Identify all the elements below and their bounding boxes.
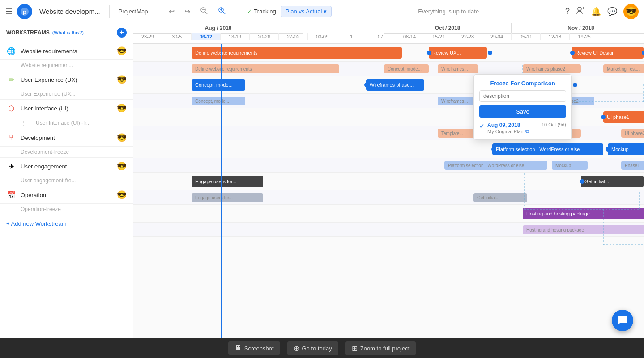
engage-end-dot bbox=[580, 179, 584, 184]
bottom-bar: 🖥 Screenshot ⊕ Go to today ⊞ Zoom to ful… bbox=[0, 338, 644, 358]
sync-status: Everything is up to date bbox=[336, 8, 561, 15]
undo-button[interactable]: ↩ bbox=[166, 5, 177, 17]
project-title: Website developm... bbox=[39, 8, 100, 15]
review-ux-bar[interactable]: Review UX... bbox=[429, 47, 487, 59]
oct-month-label: Oct / 2018 bbox=[384, 23, 512, 34]
goto-today-button[interactable]: ⊕ Go to today bbox=[287, 341, 338, 355]
gantt-row-engagement: Engage users for... Get initial... bbox=[133, 173, 644, 190]
globe-icon: 🌐 bbox=[6, 46, 16, 56]
plan-vs-actual-dropdown[interactable]: Plan vs Actual ▾ bbox=[281, 6, 332, 17]
freeze-comparison-popup[interactable]: Freeze For Comparison Save ✓ Aug 09, 201… bbox=[473, 74, 572, 140]
sidebar-item-development[interactable]: ⑂ Development 😎 bbox=[0, 129, 133, 147]
mockup-freeze: Mockup bbox=[552, 161, 588, 170]
nav-divider3 bbox=[238, 5, 238, 18]
get-initial-freeze: Get initial... bbox=[473, 193, 527, 202]
week-label: 05-11 bbox=[512, 33, 541, 40]
freeze-link-icon[interactable]: ⧉ bbox=[525, 128, 529, 134]
sidebar-item-website-requirements[interactable]: 🌐 Website requirements 😎 bbox=[0, 42, 133, 60]
zoom-full-icon: ⊞ bbox=[352, 344, 358, 353]
add-user-icon[interactable] bbox=[576, 6, 585, 17]
svg-line-6 bbox=[223, 12, 225, 14]
goto-today-icon: ⊕ bbox=[294, 344, 299, 353]
freeze-original-plan: My Original Plan bbox=[487, 129, 524, 134]
engage-users-bar[interactable]: Engage users for... bbox=[192, 176, 263, 187]
screenshot-button[interactable]: 🖥 Screenshot bbox=[228, 341, 280, 355]
review-ui-design-bar[interactable]: Review UI Design bbox=[572, 47, 644, 59]
aug-month-label: Aug / 2018 bbox=[133, 23, 303, 34]
wireframes-freeze-bar: Wireframes... bbox=[438, 64, 478, 73]
nav-divider bbox=[109, 5, 110, 18]
zoom-full-label: Zoom to full project bbox=[360, 345, 410, 352]
freeze-popup-title: Freeze For Comparison bbox=[479, 80, 566, 87]
freeze-description-input[interactable] bbox=[479, 90, 566, 102]
workstream-avatar: 😎 bbox=[117, 46, 127, 56]
freeze-row-ux-label: User Experience (UX... bbox=[21, 91, 76, 97]
sidebar-header: WORKSTREAMS (What is this?) + bbox=[0, 23, 133, 42]
week-label: 23-29 bbox=[133, 33, 162, 40]
bar-dot-1 bbox=[427, 51, 431, 55]
week-label: 1 bbox=[337, 33, 366, 40]
phase1-freeze: Phase1 bbox=[621, 161, 644, 170]
engage-freeze: Engage users for... bbox=[192, 193, 263, 202]
week-label: 19-25 bbox=[570, 33, 599, 40]
gantt-row-operation-freeze: Hosting and hosting package Set up on th… bbox=[133, 223, 644, 237]
sidebar-item-ux[interactable]: ✏ User Experience (UX) 😎 bbox=[0, 71, 133, 88]
mockup-bar[interactable]: Mockup bbox=[608, 143, 644, 155]
hosting-bar[interactable]: Hosting and hosting package bbox=[523, 208, 644, 219]
workstreams-label: WORKSTREAMS bbox=[6, 29, 50, 36]
week-label: 15-21 bbox=[424, 33, 453, 40]
freeze-row-dev: Development-freeze bbox=[0, 147, 133, 158]
redo-button[interactable]: ↪ bbox=[182, 5, 193, 17]
main-layout: WORKSTREAMS (What is this?) + 🌐 Website … bbox=[0, 23, 644, 338]
timeline-header: Aug / 2018 Oct / 2018 Nov / 2018 23-29 3… bbox=[133, 23, 644, 44]
engagement-avatar: 😎 bbox=[117, 161, 127, 171]
sidebar-item-operation[interactable]: 📅 Operation 😎 bbox=[0, 186, 133, 204]
gantt-row-dev-freeze: Platform selection - WordPress or else M… bbox=[133, 158, 644, 173]
add-workstream-link[interactable]: + Add new Workstream bbox=[0, 215, 133, 232]
ui-phase2-freeze: UI phase2 bbox=[621, 129, 644, 138]
drag-handle-icon[interactable]: ⋮⋮ bbox=[21, 119, 33, 126]
workstream-name-ui: User Interface (UI) bbox=[21, 105, 112, 112]
ux-avatar: 😎 bbox=[117, 75, 127, 84]
operation-avatar: 😎 bbox=[117, 190, 127, 200]
sidebar-item-ui[interactable]: ⬡ User Interface (UI) 😎 bbox=[0, 100, 133, 117]
gantt-row-operation: Hosting and hosting package Set up on th… bbox=[133, 205, 644, 223]
concept-mode-bar[interactable]: Concept, mode... bbox=[192, 79, 245, 91]
engagement-icon: ✈ bbox=[6, 161, 16, 171]
wireframes-bar[interactable]: Wireframes phase... bbox=[366, 79, 424, 91]
week-label: 27-02 bbox=[279, 33, 308, 40]
gantt-row-engagement-freeze: Engage users for... Get initial... Get e… bbox=[133, 190, 644, 205]
ui-phase1-bar[interactable]: UI phase1 bbox=[603, 111, 644, 123]
user-avatar[interactable]: 😎 bbox=[623, 4, 639, 19]
sidebar-item-engagement[interactable]: ✈ User engagement 😎 bbox=[0, 158, 133, 175]
add-workstream-button[interactable]: + bbox=[117, 28, 127, 38]
week-label: 12-18 bbox=[541, 33, 570, 40]
platform-start-dot bbox=[491, 147, 496, 152]
wireframes2-end-dot bbox=[573, 83, 577, 87]
goto-today-label: Go to today bbox=[302, 345, 332, 352]
zoom-in-button[interactable] bbox=[215, 5, 229, 18]
chat-bubble-button[interactable] bbox=[612, 310, 633, 331]
menu-icon[interactable]: ☰ bbox=[5, 7, 13, 17]
freeze-row-operation: Operation-freeze bbox=[0, 204, 133, 215]
chat-icon[interactable]: 💬 bbox=[607, 7, 617, 17]
hosting-freeze: Hosting and hosting package bbox=[523, 225, 644, 234]
get-initial-bar[interactable]: Get initial... bbox=[581, 176, 644, 187]
what-is-this-link[interactable]: (What is this?) bbox=[52, 30, 84, 35]
platform-freeze: Platform selection - WordPress or else bbox=[444, 161, 547, 170]
freeze-row-ui-label: User Interface (UI) -fr... bbox=[36, 120, 91, 126]
platform-selection-bar[interactable]: Platform selection - WordPress or else bbox=[492, 143, 603, 155]
zoom-out-button[interactable] bbox=[197, 5, 211, 18]
bar-dot-2 bbox=[488, 51, 492, 55]
define-website-req-bar[interactable]: Define website requirements bbox=[192, 47, 402, 59]
workstream-name-ux: User Experience (UX) bbox=[21, 76, 112, 83]
freeze-save-button[interactable]: Save bbox=[479, 105, 566, 118]
dev-avatar: 😎 bbox=[117, 133, 127, 143]
help-icon[interactable]: ? bbox=[565, 7, 570, 16]
freeze-duration: 10 Oct (9d) bbox=[542, 122, 566, 127]
gantt-rows-container: Define website requirements Review UX...… bbox=[133, 44, 644, 338]
svg-point-9 bbox=[578, 7, 581, 11]
zoom-full-button[interactable]: ⊞ Zoom to full project bbox=[345, 341, 416, 355]
ux-icon: ✏ bbox=[6, 75, 16, 84]
notifications-icon[interactable]: 🔔 bbox=[591, 7, 601, 17]
